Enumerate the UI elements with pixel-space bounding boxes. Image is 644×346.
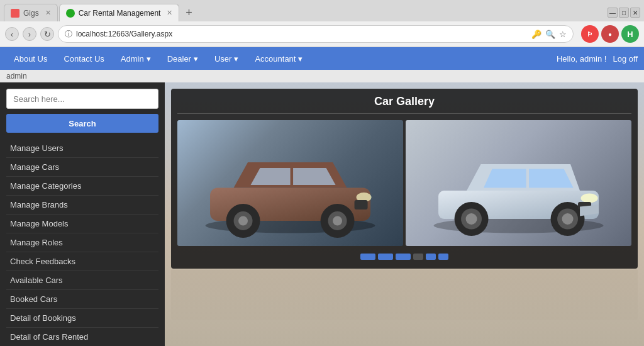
sidebar-item-manage-cars[interactable]: Manage Cars (6, 158, 158, 177)
svg-point-14 (466, 213, 477, 225)
main-content: Search Manage Users Manage Cars Manage C… (0, 82, 644, 346)
svg-point-7 (333, 216, 342, 226)
sidebar-item-manage-models[interactable]: Manage Models (6, 215, 158, 233)
gigs-favicon (11, 9, 19, 18)
lock-icon: ⓘ (65, 29, 72, 40)
car-svg-left (189, 126, 392, 240)
sidebar: Search Manage Users Manage Cars Manage C… (0, 82, 165, 346)
search-input[interactable] (6, 89, 158, 109)
nav-about-label: About Us (14, 54, 47, 64)
profile-area: 🏳 ● H (581, 25, 639, 43)
sidebar-item-manage-users[interactable]: Manage Users (6, 139, 158, 158)
sidebar-item-available-cars[interactable]: Available Cars (6, 271, 158, 290)
gallery-indicators (177, 251, 631, 262)
sidebar-item-detail-bookings[interactable]: Detail of Bookings (6, 309, 158, 328)
gallery-divider (177, 113, 631, 114)
tab-gigs[interactable]: Gigs ✕ (4, 4, 58, 21)
address-icons: 🔑 🔍 ☆ (531, 30, 567, 39)
nav-accountant-arrow: ▾ (298, 54, 303, 64)
sidebar-menu: Manage Users Manage Cars Manage Categori… (6, 139, 158, 346)
nav-admin-label: Admin (121, 54, 144, 64)
svg-point-17 (562, 213, 574, 225)
nav-accountant[interactable]: Accountant ▾ (247, 47, 310, 70)
tab-rental[interactable]: Car Rental Management ✕ (59, 4, 180, 21)
sidebar-item-manage-roles[interactable]: Manage Roles (6, 233, 158, 252)
sidebar-item-manage-brands[interactable]: Manage Brands (6, 196, 158, 215)
flag-profile-2[interactable]: ● (601, 25, 619, 43)
breadcrumb-text: admin (6, 72, 27, 81)
gallery-image-left[interactable] (177, 120, 403, 246)
gallery-image-right[interactable] (406, 120, 631, 246)
nav-dealer[interactable]: Dealer ▾ (160, 47, 206, 70)
svg-point-4 (238, 216, 248, 226)
key-icon: 🔑 (531, 30, 541, 39)
nav-contact[interactable]: Contact Us (56, 47, 111, 70)
nav-contact-label: Contact Us (64, 54, 104, 64)
maximize-button[interactable]: □ (619, 8, 629, 18)
content-area: Car Gallery (165, 82, 644, 346)
car-svg-right (417, 126, 620, 240)
svg-rect-9 (355, 200, 368, 209)
nav-left: About Us Contact Us Admin ▾ Dealer ▾ Use… (6, 47, 310, 70)
nav-dealer-label: Dealer (167, 54, 191, 64)
gallery-title: Car Gallery (177, 95, 631, 108)
nav-admin-arrow: ▾ (147, 54, 151, 64)
sidebar-item-detail-cars-rented[interactable]: Detail of Cars Rented (6, 328, 158, 346)
reload-button[interactable]: ↻ (40, 27, 54, 41)
sidebar-item-check-feedbacks[interactable]: Check Feedbacks (6, 252, 158, 271)
gallery-images (177, 120, 631, 246)
nav-user-arrow: ▾ (234, 54, 238, 64)
sidebar-item-manage-categories[interactable]: Manage Categories (6, 177, 158, 196)
search-input-wrap (6, 89, 158, 109)
indicator-4[interactable] (413, 254, 423, 260)
window-controls: — □ ✕ (608, 8, 640, 18)
nav-user-label: User (214, 54, 231, 64)
indicator-3[interactable] (396, 254, 411, 260)
tab-gigs-close[interactable]: ✕ (45, 9, 51, 17)
back-button[interactable]: ‹ (5, 27, 19, 41)
forward-button[interactable]: › (23, 27, 36, 41)
greeting-text: Hello, admin ! (557, 54, 606, 64)
tab-rental-label: Car Rental Management (79, 9, 161, 18)
svg-point-18 (581, 194, 598, 203)
nav-bar: About Us Contact Us Admin ▾ Dealer ▾ Use… (0, 47, 644, 70)
nav-dealer-arrow: ▾ (194, 54, 198, 64)
sidebar-item-booked-cars[interactable]: Booked Cars (6, 290, 158, 309)
nav-accountant-label: Accountant (255, 54, 296, 64)
address-bar-row: ‹ › ↻ ⓘ localhost:12663/Gallery.aspx 🔑 🔍… (0, 21, 644, 47)
gallery-panel: Car Gallery (171, 89, 638, 269)
indicator-1[interactable] (360, 254, 375, 260)
nav-admin[interactable]: Admin ▾ (113, 47, 158, 70)
breadcrumb: admin (0, 70, 644, 82)
search-addr-icon: 🔍 (545, 30, 555, 39)
minimize-button[interactable]: — (608, 8, 618, 18)
search-button[interactable]: Search (6, 114, 158, 133)
indicator-5[interactable] (426, 254, 436, 260)
tab-rental-close[interactable]: ✕ (167, 9, 172, 17)
logoff-link[interactable]: Log off (613, 54, 638, 64)
browser-chrome: Gigs ✕ Car Rental Management ✕ + — □ ✕ ‹… (0, 0, 644, 47)
address-bar[interactable]: ⓘ localhost:12663/Gallery.aspx 🔑 🔍 ☆ (58, 25, 574, 43)
rental-favicon (66, 9, 75, 18)
app: Rent it and Enjoy it About Us Contact Us… (0, 47, 644, 346)
address-url: localhost:12663/Gallery.aspx (76, 30, 524, 38)
tab-gigs-label: Gigs (23, 9, 39, 18)
indicator-2[interactable] (378, 254, 393, 260)
nav-user[interactable]: User ▾ (207, 47, 246, 70)
user-profile[interactable]: H (621, 25, 639, 43)
flag-profile[interactable]: 🏳 (581, 25, 599, 43)
tab-bar: Gigs ✕ Car Rental Management ✕ + — □ ✕ (0, 0, 644, 21)
new-tab-button[interactable]: + (180, 4, 197, 21)
indicator-6[interactable] (438, 254, 448, 260)
nav-right: Hello, admin ! Log off (557, 54, 638, 64)
nav-about[interactable]: About Us (6, 47, 55, 70)
close-button[interactable]: ✕ (630, 8, 640, 18)
star-icon: ☆ (559, 30, 567, 39)
